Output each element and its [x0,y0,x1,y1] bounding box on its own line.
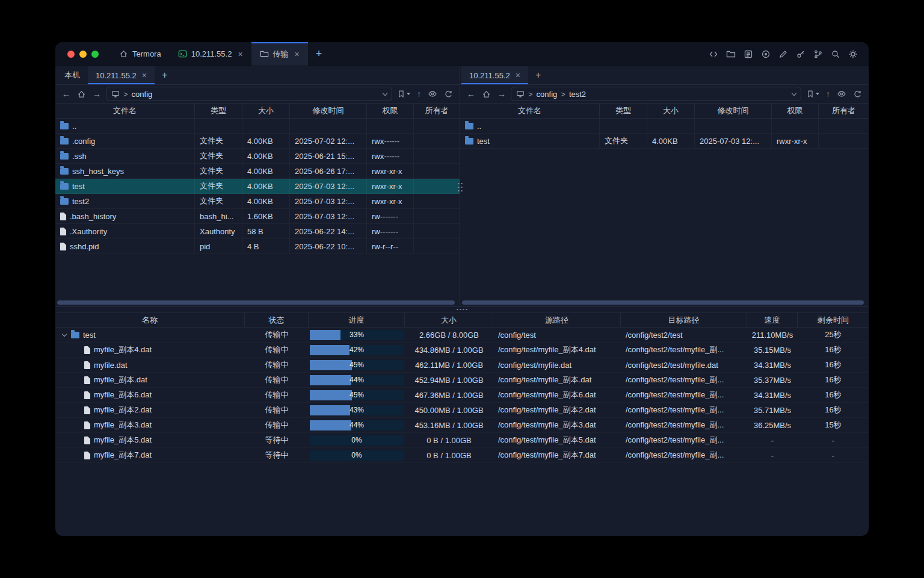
transfer-source: /config/test [493,328,621,342]
refresh-icon[interactable] [851,90,864,99]
eye-icon[interactable] [835,89,848,99]
forward-arrow-icon[interactable]: → [496,90,508,98]
app-tab-bar: Termora 10.211.55.2 × 传输 × + [111,42,330,66]
up-arrow-button[interactable]: ↑ [824,90,832,98]
new-pane-tab-button[interactable]: + [528,66,548,84]
folder-icon[interactable] [726,49,736,59]
table-row[interactable]: test2 文件夹 4.00KB 2025-07-03 12:... rwxr-… [55,194,460,209]
horizontal-scrollbar[interactable] [57,300,455,305]
close-window-button[interactable] [67,51,75,58]
back-arrow-icon[interactable]: ← [465,90,477,98]
column-header-size[interactable]: 大小 [242,104,290,118]
transfer-size: 434.86MB / 1.00GB [405,343,493,357]
up-arrow-button[interactable]: ↑ [415,90,423,98]
pane-splitter-handle[interactable] [457,182,463,193]
minimize-window-button[interactable] [79,51,87,58]
close-icon[interactable]: × [295,49,300,59]
file-icon [84,452,90,459]
horizontal-scrollbar[interactable] [462,300,864,305]
column-header-source[interactable]: 源路径 [493,313,621,327]
close-icon[interactable]: × [142,70,147,80]
column-header-perm[interactable]: 权限 [772,104,819,118]
column-header-progress[interactable]: 进度 [309,313,405,327]
record-icon[interactable] [761,49,771,59]
forward-arrow-icon[interactable]: → [91,90,103,98]
transfer-row[interactable]: myfile_副本4.dat 传输中 42% 434.86MB / 1.00GB… [55,343,869,358]
table-row-selected[interactable]: test 文件夹 4.00KB 2025-07-03 12:... rwxr-x… [55,179,460,194]
tab-transfer[interactable]: 传输 × [251,42,308,66]
column-header-eta[interactable]: 剩余时间 [798,313,869,327]
home-icon[interactable] [480,90,493,99]
key-icon[interactable] [796,49,805,59]
close-icon[interactable]: × [238,49,242,59]
transfer-source: /config/test/myfile_副本3.dat [493,418,621,432]
gear-icon[interactable] [848,49,858,59]
path-input[interactable]: > config [106,87,392,101]
tab-label: 本机 [64,70,80,81]
panel-splitter-handle[interactable] [456,308,467,312]
transfer-row[interactable]: myfile.dat 传输中 45% 462.11MB / 1.00GB /co… [55,358,869,373]
new-tab-button[interactable]: + [308,42,330,66]
file-perm-cell: rwx------ [367,149,414,163]
transfer-status: 传输中 [245,418,309,432]
tab-local[interactable]: 本机 [57,66,88,84]
bookmark-button[interactable] [395,90,412,98]
tab-host-10-211-55-2[interactable]: 10.211.55.2 × [170,42,251,66]
transfer-row[interactable]: test 传输中 33% 2.66GB / 8.00GB /config/tes… [55,328,869,343]
transfer-name-cell: myfile_副本2.dat [55,403,245,417]
table-row[interactable]: .. [55,119,460,134]
progress-bar: 33% [310,330,404,340]
column-header-mtime[interactable]: 修改时间 [695,104,772,118]
column-header-perm[interactable]: 权限 [367,104,414,118]
close-icon[interactable]: × [516,70,520,80]
column-header-speed[interactable]: 速度 [747,313,798,327]
column-header-name[interactable]: 名称 [55,313,245,327]
table-row[interactable]: ssh_host_keys 文件夹 4.00KB 2025-06-26 17:.… [55,164,460,179]
column-header-filename[interactable]: 文件名 [55,104,195,118]
column-header-type[interactable]: 类型 [195,104,242,118]
column-header-mtime[interactable]: 修改时间 [290,104,367,118]
column-header-status[interactable]: 状态 [245,313,309,327]
column-header-size[interactable]: 大小 [405,313,493,327]
chevron-down-icon[interactable] [383,90,387,95]
transfer-row[interactable]: myfile_副本3.dat 传输中 44% 453.16MB / 1.00GB… [55,418,869,433]
table-row[interactable]: sshd.pid pid 4 B 2025-06-22 10:... rw-r-… [55,239,460,254]
bookmark-button[interactable] [804,90,821,98]
tab-remote-host[interactable]: 10.211.55.2 × [461,66,528,84]
branch-icon[interactable] [813,49,823,59]
table-row[interactable]: .config 文件夹 4.00KB 2025-07-02 12:... rwx… [55,134,460,149]
table-row[interactable]: test 文件夹 4.00KB 2025-07-03 12:... rwxr-x… [460,134,869,149]
transfer-row[interactable]: myfile_副本7.dat 等待中 0% 0 B / 1.00GB /conf… [55,448,869,463]
search-icon[interactable] [831,49,840,59]
column-header-type[interactable]: 类型 [600,104,647,118]
table-row[interactable]: .Xauthority Xauthority 58 B 2025-06-22 1… [55,224,460,239]
table-row[interactable]: .. [460,119,869,134]
refresh-icon[interactable] [442,90,455,99]
file-type-cell: 文件夹 [195,164,242,178]
home-icon[interactable] [75,90,88,99]
table-row[interactable]: .bash_history bash_hi... 1.60KB 2025-07-… [55,209,460,224]
new-pane-tab-button[interactable]: + [155,66,174,84]
transfer-row[interactable]: myfile_副本5.dat 等待中 0% 0 B / 1.00GB /conf… [55,433,869,448]
column-header-target[interactable]: 目标路径 [621,313,747,327]
transfer-panel: 名称 状态 进度 大小 源路径 目标路径 速度 剩余时间 test 传输中 33… [55,307,869,536]
code-icon[interactable] [709,49,718,59]
transfer-row[interactable]: myfile_副本2.dat 传输中 43% 450.00MB / 1.00GB… [55,403,869,418]
transfer-row[interactable]: myfile_副本6.dat 传输中 45% 467.36MB / 1.00GB… [55,388,869,403]
column-header-owner[interactable]: 所有者 [414,104,460,118]
tab-remote-host[interactable]: 10.211.55.2 × [88,66,155,84]
column-header-size[interactable]: 大小 [647,104,695,118]
tab-termora[interactable]: Termora [111,42,170,66]
collapse-chevron-icon[interactable] [62,332,67,337]
zoom-window-button[interactable] [91,51,99,58]
transfer-row[interactable]: myfile_副本.dat 传输中 44% 452.94MB / 1.00GB … [55,373,869,388]
path-input[interactable]: > config > test2 [511,87,801,101]
log-icon[interactable] [744,49,753,59]
column-header-owner[interactable]: 所有者 [819,104,869,118]
chevron-down-icon[interactable] [792,90,796,95]
edit-icon[interactable] [778,49,788,59]
eye-icon[interactable] [426,89,439,99]
column-header-filename[interactable]: 文件名 [460,104,600,118]
back-arrow-icon[interactable]: ← [60,90,72,98]
table-row[interactable]: .ssh 文件夹 4.00KB 2025-06-21 15:... rwx---… [55,149,460,164]
